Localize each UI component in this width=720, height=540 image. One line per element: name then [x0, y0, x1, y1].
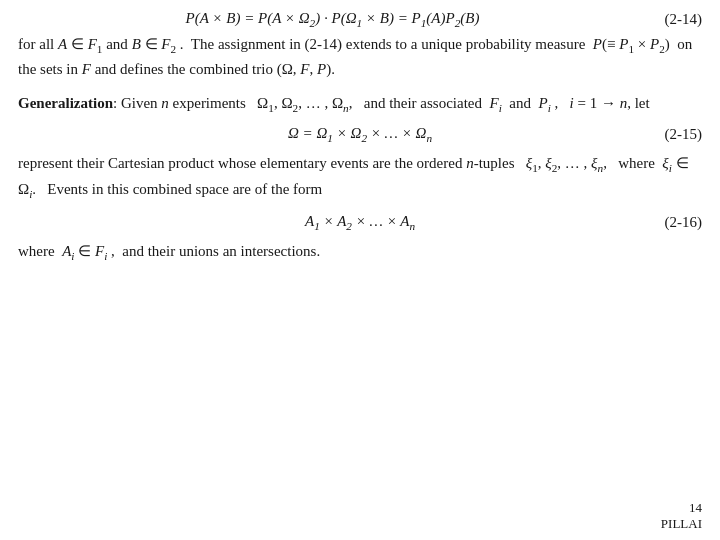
paragraph-2: Generalization: Given n experiments Ω1, … [18, 92, 702, 117]
paragraph-1: for all A ∈ F1 and B ∈ F2 . The assignme… [18, 33, 702, 82]
footer-page-number: 14 [661, 500, 702, 516]
paragraph-3: represent their Cartesian product whose … [18, 152, 702, 203]
eq-label-2-16: (2-16) [647, 214, 702, 231]
eq-2-14-math: P(A × B) = P(A × Ω2) · P(Ω1 × B) = P1(A)… [186, 10, 480, 26]
footer: 14 PILLAI [661, 500, 702, 532]
para1-text: for all A ∈ F1 and B ∈ F2 . The assignme… [18, 36, 692, 77]
eq-2-16-math: A1 × A2 × … × An [305, 213, 415, 229]
generalization-label: Generalization [18, 95, 113, 111]
equation-2-15-content: Ω = Ω1 × Ω2 × … × Ωn [73, 125, 647, 144]
equation-2-16-content: A1 × A2 × … × An [73, 213, 647, 232]
para2-text: Generalization: Given n experiments Ω1, … [18, 95, 650, 111]
eq-label-2-15: (2-15) [647, 126, 702, 143]
equation-2-16-row: A1 × A2 × … × An (2-16) [18, 213, 702, 232]
page: P(A × B) = P(A × Ω2) · P(Ω1 × B) = P1(A)… [0, 0, 720, 540]
equation-2-15-row: Ω = Ω1 × Ω2 × … × Ωn (2-15) [18, 125, 702, 144]
footer-author-name: PILLAI [661, 516, 702, 532]
eq-label-2-14: (2-14) [647, 11, 702, 28]
paragraph-4: where Ai ∈ Fi , and their unions an inte… [18, 240, 702, 265]
equation-2-14-row: P(A × B) = P(A × Ω2) · P(Ω1 × B) = P1(A)… [18, 10, 702, 29]
eq-2-15-math: Ω = Ω1 × Ω2 × … × Ωn [288, 125, 432, 141]
para3-text: represent their Cartesian product whose … [18, 155, 689, 196]
para4-text: where Ai ∈ Fi , and their unions an inte… [18, 243, 320, 259]
equation-2-14-content: P(A × B) = P(A × Ω2) · P(Ω1 × B) = P1(A)… [18, 10, 647, 29]
